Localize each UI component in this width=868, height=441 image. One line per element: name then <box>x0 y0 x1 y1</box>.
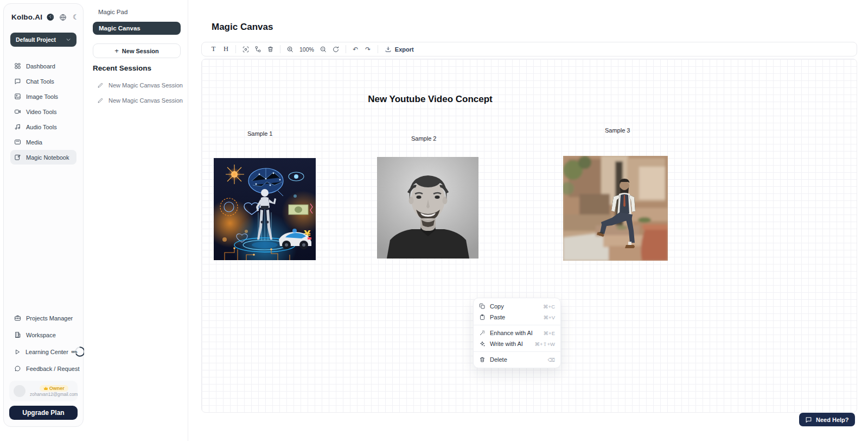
menu-shortcut: ⌫ <box>548 357 555 363</box>
briefcase-icon <box>14 314 21 322</box>
session-label: New Magic Canvas Session <box>108 97 183 104</box>
language-globe-icon[interactable] <box>59 14 67 21</box>
sidebar-nav: Dashboard Chat Tools Image Tools Video T… <box>10 59 76 165</box>
sidebar-item-chat-tools[interactable]: Chat Tools <box>10 74 76 89</box>
delete-tool-button[interactable] <box>264 43 277 55</box>
new-session-button[interactable]: + New Session <box>93 43 181 58</box>
session-item[interactable]: New Magic Canvas Session <box>97 97 183 104</box>
play-icon <box>14 349 21 355</box>
sidebar-bottom-nav: Projects Manager Workspace Learning Cent… <box>10 310 76 376</box>
undo-button[interactable]: ↶ <box>349 43 362 55</box>
nav-label: Learning Center <box>25 349 68 355</box>
flow-nodes-icon <box>254 46 261 53</box>
project-selector[interactable]: Default Project <box>10 33 76 47</box>
image-icon <box>14 93 21 100</box>
menu-shortcut: ⌘+E <box>544 330 555 336</box>
trash-icon <box>479 356 486 363</box>
brain-logo-icon <box>46 12 55 22</box>
nav-label: Dashboard <box>26 63 55 70</box>
new-session-label: New Session <box>122 48 159 54</box>
toolbar-divider <box>235 45 236 53</box>
toolbar-divider <box>280 45 280 53</box>
menu-shortcut: ⌘+C <box>543 304 555 310</box>
reset-view-button[interactable] <box>330 43 342 55</box>
sidebar-item-magic-notebook[interactable]: Magic Notebook <box>10 150 76 165</box>
sample-2-image[interactable] <box>377 157 478 259</box>
pencil-icon <box>97 82 104 89</box>
heading-tool-button[interactable]: H <box>220 43 232 55</box>
sparkle-icon <box>479 341 486 347</box>
zoom-out-button[interactable] <box>317 43 330 55</box>
media-folder-icon <box>14 138 21 146</box>
sidebar-item-learning-center[interactable]: Learning Center 66% <box>10 344 76 360</box>
menu-shortcut: ⌘+⇧+W <box>534 341 555 347</box>
sidebar-item-media[interactable]: Media <box>10 135 76 149</box>
dashboard-icon <box>14 62 21 70</box>
user-email: zoharvan12@gmail.com <box>30 392 78 397</box>
context-menu-paste[interactable]: Paste ⌘+V <box>474 312 560 323</box>
sample-1-image[interactable]: ¥ <box>214 158 316 260</box>
upgrade-plan-button[interactable]: Upgrade Plan <box>9 406 78 420</box>
export-button[interactable]: Export <box>385 46 414 53</box>
app-logo: Kolbo.AI <box>11 13 42 21</box>
sidebar: Kolbo.AI ☾ Default Project Dashboard Cha… <box>3 3 84 427</box>
sidebar-item-projects-manager[interactable]: Projects Manager <box>10 310 76 326</box>
text-tool-button[interactable]: T <box>207 43 220 55</box>
menu-label: Delete <box>490 356 507 363</box>
redo-button[interactable]: ↷ <box>362 43 374 55</box>
select-scan-icon <box>242 46 250 53</box>
toolbar-divider <box>378 45 378 53</box>
zoom-in-button[interactable] <box>284 43 296 55</box>
sidebar-item-audio-tools[interactable]: Audio Tools <box>10 119 76 134</box>
owner-badge: Owner <box>40 385 68 392</box>
context-menu-enhance-with-ai[interactable]: Enhance with AI ⌘+E <box>474 327 560 338</box>
panel-item-magic-canvas[interactable]: Magic Canvas <box>93 22 181 35</box>
sample-1-label[interactable]: Sample 1 <box>247 130 272 137</box>
context-menu-delete[interactable]: Delete ⌫ <box>474 354 560 365</box>
user-card[interactable]: Owner zoharvan12@gmail.com <box>9 381 78 401</box>
trash-icon <box>267 46 274 53</box>
nav-label: Projects Manager <box>26 315 73 322</box>
clipboard-icon <box>479 314 486 320</box>
project-selector-label: Default Project <box>16 36 56 43</box>
sidebar-item-dashboard[interactable]: Dashboard <box>10 59 76 73</box>
menu-divider <box>474 325 560 325</box>
sidebar-item-image-tools[interactable]: Image Tools <box>10 89 76 104</box>
copy-icon <box>479 303 486 310</box>
sidebar-item-workspace[interactable]: Workspace <box>10 327 76 343</box>
toolbar-divider <box>346 45 346 53</box>
sidebar-item-video-tools[interactable]: Video Tools <box>10 104 76 119</box>
session-item[interactable]: New Magic Canvas Session <box>97 82 183 89</box>
zoom-out-icon <box>320 46 327 53</box>
plus-icon: + <box>114 47 119 55</box>
select-tool-button[interactable] <box>239 43 252 55</box>
notebook-icon <box>14 154 21 161</box>
pencil-icon <box>97 97 104 104</box>
crown-icon <box>43 386 48 390</box>
app-root: Kolbo.AI ☾ Default Project Dashboard Cha… <box>0 0 868 441</box>
sidebar-item-feedback[interactable]: Feedback / Request <box>10 361 76 376</box>
chat-icon <box>14 78 21 85</box>
context-menu-copy[interactable]: Copy ⌘+C <box>474 301 560 312</box>
session-label: New Magic Canvas Session <box>108 82 183 89</box>
canvas-heading[interactable]: New Youtube Video Concept <box>349 94 512 105</box>
chevron-down-icon <box>66 37 71 42</box>
user-info: Owner zoharvan12@gmail.com <box>30 385 78 397</box>
connector-tool-button[interactable] <box>252 43 264 55</box>
download-icon <box>385 46 392 53</box>
music-note-icon <box>14 123 21 130</box>
nav-label: Image Tools <box>26 93 58 100</box>
canvas-toolbar: T H 100% ↶ ↷ Export <box>201 42 857 56</box>
dark-mode-moon-icon[interactable]: ☾ <box>73 13 79 21</box>
need-help-button[interactable]: Need Help? <box>799 413 855 426</box>
sample-3-image[interactable] <box>563 156 668 261</box>
magic-wand-icon <box>479 330 486 336</box>
building-icon <box>14 331 21 338</box>
nav-label: Chat Tools <box>26 78 54 85</box>
sample-3-label[interactable]: Sample 3 <box>605 127 630 134</box>
context-menu-write-with-ai[interactable]: Write with AI ⌘+⇧+W <box>474 338 560 349</box>
panel-item-magic-pad[interactable]: Magic Pad <box>98 9 127 15</box>
nav-label: Magic Notebook <box>26 154 69 161</box>
sessions-panel: Magic Pad Magic Canvas + New Session Rec… <box>84 0 188 441</box>
sample-2-label[interactable]: Sample 2 <box>411 135 436 142</box>
